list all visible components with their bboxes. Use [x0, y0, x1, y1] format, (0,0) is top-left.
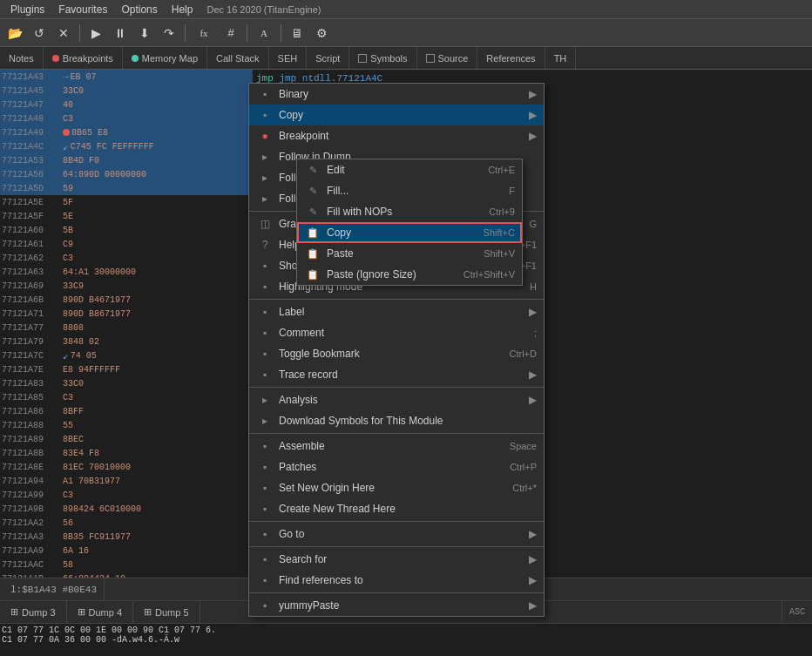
disasm-row[interactable]: 77121A62 C3: [0, 251, 252, 265]
tab-memory-map[interactable]: Memory Map: [123, 47, 207, 69]
disasm-row[interactable]: 77121A45 33C0: [0, 84, 252, 98]
disasm-row[interactable]: 77121A8B 83E4 F8: [0, 446, 252, 460]
ctx-assemble[interactable]: ▪ Assemble Space: [249, 436, 544, 456]
disasm-row[interactable]: 77121A88 55: [0, 418, 252, 432]
dump5-icon: ⊞: [144, 606, 152, 618]
copy-icon: ▪: [256, 106, 274, 124]
sub-copy-icon: 📋: [304, 224, 321, 241]
bottom-tab-dump4[interactable]: ⊞ Dump 4: [67, 601, 134, 623]
sub-copy[interactable]: 📋 Copy Shift+C: [297, 222, 522, 243]
toolbar-run[interactable]: ▶: [85, 23, 107, 44]
toolbar: 📂 ↺ ✕ ▶ ⏸ ⬇ ↷ fx # A 🖥 ⚙: [0, 19, 812, 47]
disasm-row[interactable]: 77121A8E 81EC 70010000: [0, 460, 252, 474]
bottom-tab-dump5[interactable]: ⊞ Dump 5: [133, 601, 200, 623]
tab-call-stack[interactable]: Call Stack: [207, 47, 269, 69]
disasm-row[interactable]: 77121A60 5B: [0, 223, 252, 237]
disasm-row[interactable]: 77121AAC 58: [0, 558, 252, 571]
tab-notes[interactable]: Notes: [0, 47, 44, 69]
disasm-panel[interactable]: 77121A43 → EB 07 77121A45 33C0 77121A47 …: [0, 70, 253, 611]
disasm-row[interactable]: 77121A56 64:890D 00000000: [0, 167, 252, 181]
disasm-row[interactable]: 77121A5E 5F: [0, 195, 252, 209]
disasm-row[interactable]: 77121AA3 8B35 FC911977: [0, 530, 252, 544]
toolbar-step[interactable]: ⬇: [133, 23, 156, 44]
ctx-search-for[interactable]: ▪ Search for ▶: [249, 549, 544, 570]
ctx-binary[interactable]: ▪ Binary ▶: [249, 84, 544, 105]
disasm-row[interactable]: 77121A9B 898424 6C010000: [0, 502, 252, 516]
toolbar-cpu[interactable]: 🖥: [286, 23, 308, 44]
ctx-label[interactable]: ▪ Label ▶: [249, 301, 544, 322]
sub-fill[interactable]: ✎ Fill... F: [297, 180, 522, 201]
ctx-copy-label: Copy: [279, 109, 529, 121]
toolbar-stepover[interactable]: ↷: [158, 23, 180, 44]
dump3-label: Dump 3: [22, 607, 56, 618]
menu-options[interactable]: Options: [114, 3, 164, 16]
tab-symbols[interactable]: Symbols: [349, 47, 416, 69]
disasm-row[interactable]: 77121A77 8808: [0, 321, 252, 335]
disasm-row[interactable]: 77121A47 40: [0, 98, 252, 112]
disasm-row[interactable]: 77121A86 8BFF: [0, 404, 252, 418]
toolbar-open[interactable]: 📂: [3, 23, 26, 44]
ctx-find-refs[interactable]: ▪ Find references to ▶: [249, 570, 544, 591]
sub-edit[interactable]: ✎ Edit Ctrl+E: [297, 159, 522, 180]
ctx-trace-record[interactable]: ▪ Trace record ▶: [249, 364, 544, 385]
toolbar-hash[interactable]: #: [220, 23, 242, 44]
bottom-tab-dump3[interactable]: ⊞ Dump 3: [0, 601, 67, 623]
disasm-row[interactable]: 77121A63 64:A1 30000000: [0, 265, 252, 279]
disasm-row[interactable]: 77121A53 8B4D F0: [0, 153, 252, 167]
disasm-row[interactable]: 77121A4C ↙ C745 FC FEFFFFFF: [0, 139, 252, 153]
tab-seh[interactable]: SEH: [269, 47, 308, 69]
disasm-row[interactable]: 77121A48 C3: [0, 112, 252, 125]
tab-script[interactable]: Script: [307, 47, 349, 69]
disasm-row[interactable]: 77121A79 3848 02: [0, 335, 252, 348]
disasm-row[interactable]: 77121A89 8BEC: [0, 432, 252, 446]
sub-paste[interactable]: 📋 Paste Shift+V: [297, 243, 522, 264]
sub-fill-nops[interactable]: ✎ Fill with NOPs Ctrl+9: [297, 201, 522, 222]
menu-favourites[interactable]: Favourites: [51, 3, 114, 16]
disasm-row[interactable]: 77121A43 → EB 07: [0, 70, 252, 84]
dump5-label: Dump 5: [155, 607, 189, 618]
disasm-row[interactable]: 77121A94 A1 70B31977: [0, 474, 252, 488]
ctx-new-thread[interactable]: ▪ Create New Thread Here: [249, 498, 544, 519]
tab-source[interactable]: Source: [417, 47, 478, 69]
disasm-row[interactable]: 77121A6B 890D B4671977: [0, 293, 252, 307]
ctx-breakpoint[interactable]: ● Breakpoint ▶: [249, 125, 544, 146]
disasm-row[interactable]: 77121A69 33C9: [0, 279, 252, 293]
ctx-yummypaste[interactable]: ▪ yummyPaste ▶: [249, 595, 544, 616]
disasm-row[interactable]: 77121A5F 5E: [0, 209, 252, 223]
sub-paste-icon: 📋: [304, 245, 321, 262]
bookmark-icon: ▪: [256, 345, 274, 362]
toolbar-font[interactable]: A: [252, 23, 276, 44]
toolbar-restart[interactable]: ↺: [28, 23, 51, 44]
disasm-row[interactable]: 77121A99 C3: [0, 488, 252, 502]
ctx-patches[interactable]: ▪ Patches Ctrl+P: [249, 456, 544, 477]
disasm-bytes: 5B: [63, 226, 250, 235]
menu-plugins[interactable]: Plugins: [3, 3, 51, 16]
toolbar-settings[interactable]: ⚙: [310, 23, 333, 44]
ctx-goto[interactable]: ▪ Go to ▶: [249, 524, 544, 544]
disasm-row[interactable]: 77121A49 8B65 E8: [0, 125, 252, 139]
tab-references[interactable]: References: [477, 47, 545, 69]
ctx-download-symbols[interactable]: ▸ Download Symbols for This Module: [249, 410, 544, 431]
disasm-row[interactable]: 77121A7E E8 94FFFFFF: [0, 362, 252, 376]
ctx-set-origin[interactable]: ▪ Set New Origin Here Ctrl+*: [249, 477, 544, 498]
disasm-row[interactable]: 77121A5D 59: [0, 181, 252, 195]
ctx-analysis[interactable]: ▸ Analysis ▶: [249, 389, 544, 410]
tab-breakpoints[interactable]: Breakpoints: [44, 47, 123, 69]
menu-help[interactable]: Help: [165, 3, 200, 16]
disasm-row[interactable]: 77121A83 33C0: [0, 376, 252, 390]
ctx-toggle-bookmark[interactable]: ▪ Toggle Bookmark Ctrl+D: [249, 343, 544, 364]
sub-paste-ignore[interactable]: 📋 Paste (Ignore Size) Ctrl+Shift+V: [297, 264, 522, 285]
ctx-copy[interactable]: ▪ Copy ▶: [249, 105, 544, 125]
toolbar-close[interactable]: ✕: [52, 23, 75, 44]
toolbar-fx[interactable]: fx: [190, 23, 218, 44]
disasm-row[interactable]: 77121A71 890D B8671977: [0, 307, 252, 321]
disasm-row[interactable]: 77121A85 C3: [0, 390, 252, 404]
disasm-row[interactable]: 77121A7C ↙ 74 05: [0, 348, 252, 362]
disasm-row[interactable]: 77121A61 C9: [0, 237, 252, 251]
ctx-comment[interactable]: ▪ Comment ;: [249, 322, 544, 343]
tab-th[interactable]: TH: [545, 47, 577, 69]
disasm-row[interactable]: 77121AA9 6A 16: [0, 544, 252, 558]
toolbar-pause[interactable]: ⏸: [109, 23, 132, 44]
disasm-row[interactable]: 77121AA2 56: [0, 516, 252, 530]
bottom-hex[interactable]: C1 07 77 1C 0C 00 1E 00 00 90 C1 07 77 6…: [0, 623, 812, 656]
